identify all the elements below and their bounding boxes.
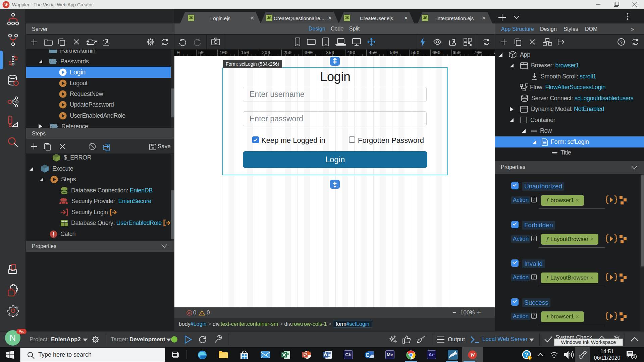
svg-text:550: 550: [411, 50, 419, 55]
svg-text:700: 700: [474, 50, 482, 55]
svg-text:W: W: [470, 352, 476, 358]
svg-text:75: 75: [493, 50, 495, 55]
svg-text:250: 250: [283, 50, 291, 55]
svg-text:350: 350: [326, 50, 334, 55]
svg-text:i: i: [529, 356, 530, 360]
svg-text:650: 650: [452, 50, 461, 55]
svg-text:200: 200: [262, 50, 270, 55]
svg-text:500: 500: [390, 50, 398, 55]
svg-text:400: 400: [347, 50, 355, 55]
svg-text:300: 300: [305, 50, 313, 55]
svg-text:?: ?: [620, 40, 622, 45]
svg-text:3: 3: [633, 355, 635, 359]
svg-text:50: 50: [198, 50, 204, 55]
svg-text:W: W: [4, 2, 9, 7]
svg-text:450: 450: [369, 50, 377, 55]
svg-text:0: 0: [177, 50, 180, 55]
svg-text:150: 150: [241, 50, 249, 55]
svg-text:600: 600: [432, 50, 440, 55]
svg-text:100: 100: [219, 50, 227, 55]
